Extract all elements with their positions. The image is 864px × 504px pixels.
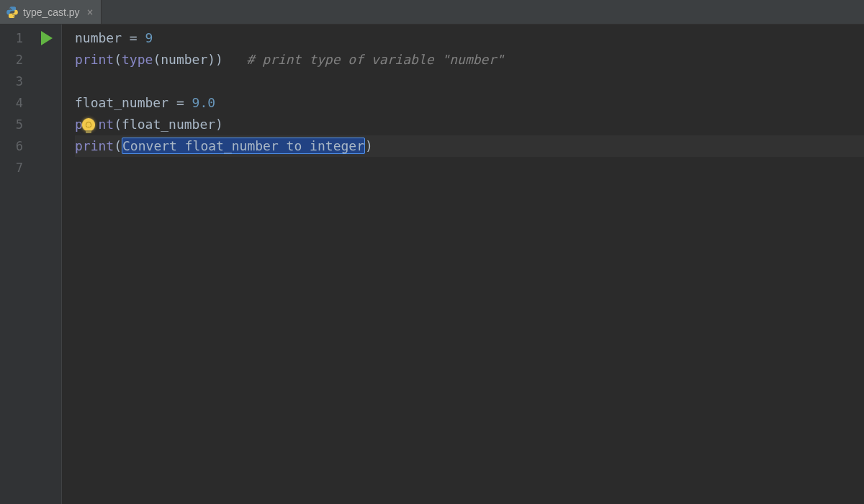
paren: ) [215,117,223,132]
python-file-icon [6,6,19,19]
code-line[interactable]: print(type(number)) # print type of vari… [75,49,864,71]
identifier: number [161,52,207,67]
tab-label: type_cast.py [23,6,80,18]
tab-type-cast[interactable]: type_cast.py × [0,0,102,24]
paren: ) [365,138,373,153]
line-number-gutter: 1 2 3 4 5 6 7 [0,24,32,504]
identifier: number [75,30,122,45]
paren: ( [153,52,161,67]
code-line-empty[interactable] [75,157,864,179]
paren: ) [215,52,223,67]
line-number[interactable]: 6 [0,135,32,157]
paren: ( [114,138,122,153]
paren: ) [207,52,215,67]
intention-bulb-icon[interactable] [82,118,95,131]
code-line[interactable]: print(float_number) [75,114,864,135]
run-gutter [32,24,62,504]
code-line[interactable]: float_number = 9.0 [75,92,864,114]
line-number[interactable]: 1 [0,27,32,49]
editor: 1 2 3 4 5 6 7 number = 9 print(type(numb… [0,24,864,504]
number-literal: 9 [145,30,153,45]
template-placeholder[interactable]: Convert float_number to integer [122,138,365,154]
code-line-current[interactable]: print(Convert float_number to integer) [75,135,864,157]
builtin-type: type [122,52,153,67]
operator: = [168,95,192,110]
run-icon[interactable] [41,31,53,45]
close-icon[interactable]: × [87,6,94,19]
code-line[interactable]: number = 9 [75,27,864,49]
code-line-empty[interactable] [75,71,864,92]
builtin-print: nt [99,117,114,132]
line-number[interactable]: 2 [0,49,32,71]
builtin-print: print [75,52,114,67]
line-number[interactable]: 5 [0,114,32,135]
number-literal: 9.0 [192,95,216,110]
line-number[interactable]: 3 [0,71,32,92]
line-number[interactable]: 7 [0,157,32,179]
operator: = [122,30,145,45]
tab-bar: type_cast.py × [0,0,864,24]
comment: # print type of variable "number" [246,52,504,67]
line-number[interactable]: 4 [0,92,32,114]
identifier: float_number [122,117,215,132]
paren: ( [114,117,122,132]
whitespace [223,52,247,67]
builtin-print: print [75,138,114,153]
identifier: float_number [75,95,168,110]
paren: ( [114,52,122,67]
code-area[interactable]: number = 9 print(type(number)) # print t… [62,24,864,504]
